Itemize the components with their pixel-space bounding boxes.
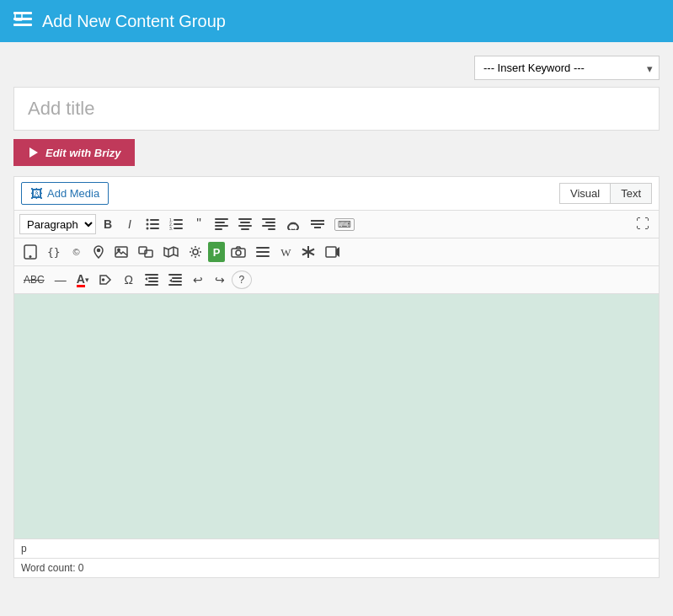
strikethrough-button[interactable]: ABC (19, 270, 49, 290)
editor-path: p (21, 543, 27, 554)
brizy-button-label: Edit with Brizy (45, 147, 121, 159)
map-button[interactable] (159, 242, 183, 262)
toolbar-row-1: Paragraph B I 1. 2. 3. (14, 211, 659, 238)
main-content: --- Insert Keyword --- Edit with Brizy 🖼… (0, 42, 673, 592)
undo-button[interactable]: ↩ (188, 270, 208, 290)
svg-rect-52 (256, 247, 270, 249)
word-count-label: Word count: 0 (21, 562, 83, 574)
svg-rect-24 (241, 228, 249, 230)
more-button[interactable] (307, 214, 328, 234)
svg-rect-21 (238, 218, 252, 220)
outdent-button[interactable] (164, 270, 186, 290)
svg-point-34 (97, 249, 99, 252)
svg-rect-8 (150, 223, 159, 225)
p-green-button[interactable]: P (208, 242, 226, 262)
asterisk-button[interactable] (297, 242, 319, 262)
unordered-list-button[interactable] (142, 214, 163, 234)
svg-rect-22 (240, 222, 250, 223)
svg-rect-58 (326, 247, 336, 257)
link-button[interactable] (281, 214, 305, 234)
add-media-button[interactable]: 🖼 Add Media (21, 182, 109, 205)
svg-rect-23 (238, 225, 252, 227)
video-button[interactable] (321, 242, 345, 262)
indent-button[interactable] (141, 270, 163, 290)
editor-top-bar: 🖼 Add Media Visual Text (14, 177, 659, 211)
status-bar: p (14, 538, 659, 558)
font-color-button[interactable]: A ▾ (72, 270, 93, 290)
keyword-select[interactable]: --- Insert Keyword --- (474, 56, 660, 80)
svg-point-59 (102, 279, 104, 281)
code-block-button[interactable]: {} (43, 242, 65, 262)
keyword-select-wrapper[interactable]: --- Insert Keyword --- (474, 56, 660, 80)
svg-rect-6 (150, 219, 159, 221)
svg-line-49 (191, 255, 193, 257)
brizy-icon (27, 146, 40, 159)
svg-rect-53 (256, 251, 270, 253)
svg-point-51 (236, 250, 241, 255)
title-input[interactable] (13, 87, 660, 131)
help-button[interactable]: ? (232, 271, 252, 289)
editor-body[interactable] (14, 294, 659, 538)
page-title: Add New Content Group (42, 12, 226, 31)
list2-button[interactable] (252, 242, 274, 262)
tab-text[interactable]: Text (610, 183, 652, 204)
svg-rect-26 (265, 222, 275, 223)
tab-visual[interactable]: Visual (559, 183, 610, 204)
svg-line-46 (191, 248, 193, 249)
svg-rect-65 (172, 277, 182, 279)
svg-rect-66 (172, 281, 182, 282)
align-left-button[interactable] (211, 214, 232, 234)
font-color-icon: A (77, 273, 85, 287)
svg-rect-27 (262, 225, 275, 227)
image-button[interactable] (110, 242, 132, 262)
brizy-edit-button[interactable]: Edit with Brizy (13, 139, 135, 166)
fullscreen-button[interactable]: ⛶ (632, 214, 654, 234)
add-media-icon: 🖼 (30, 186, 43, 201)
paragraph-select[interactable]: Paragraph (19, 214, 96, 234)
cc-button[interactable]: © (67, 242, 87, 262)
svg-point-41 (193, 249, 198, 254)
svg-rect-30 (311, 223, 324, 225)
omega-button[interactable]: Ω (119, 270, 139, 290)
svg-rect-10 (150, 228, 159, 229)
svg-text:3.: 3. (169, 226, 173, 230)
toolbar-row-3: ABC — A ▾ Ω (14, 266, 659, 294)
tag-button[interactable] (95, 270, 117, 290)
svg-marker-4 (29, 147, 38, 158)
svg-rect-2 (13, 24, 32, 26)
expand-icon: ⛶ (636, 217, 649, 231)
keyboard-button[interactable]: ⌨ (330, 214, 359, 234)
svg-rect-28 (268, 228, 275, 230)
blockquote-button[interactable]: " (189, 214, 209, 234)
svg-point-9 (147, 228, 149, 230)
svg-rect-62 (148, 281, 158, 282)
svg-rect-54 (256, 255, 270, 257)
keyboard-icon: ⌨ (334, 218, 355, 231)
horizontal-rule-button[interactable]: — (51, 270, 71, 290)
italic-button[interactable]: I (120, 214, 140, 234)
tab-group: Visual Text (559, 183, 652, 204)
svg-rect-12 (174, 219, 183, 221)
sun-button[interactable] (184, 242, 206, 262)
svg-point-5 (147, 219, 149, 222)
align-center-button[interactable] (234, 214, 256, 234)
gallery-button[interactable] (134, 242, 158, 262)
keyword-row: --- Insert Keyword --- (13, 56, 660, 80)
location-button[interactable] (88, 242, 109, 262)
svg-rect-20 (215, 228, 222, 230)
svg-rect-17 (215, 218, 228, 220)
svg-rect-14 (174, 223, 183, 225)
redo-button[interactable]: ↪ (210, 270, 230, 290)
ordered-list-button[interactable]: 1. 2. 3. (165, 214, 187, 234)
svg-line-48 (198, 248, 200, 249)
tablet-icon-button[interactable] (19, 242, 41, 262)
font-color-dropdown[interactable]: ▾ (85, 276, 89, 284)
svg-point-7 (147, 223, 149, 226)
wikipedia-button[interactable]: W (275, 242, 296, 262)
align-right-button[interactable] (258, 214, 280, 234)
svg-rect-63 (145, 284, 158, 286)
camera-button[interactable] (227, 242, 250, 262)
bold-button[interactable]: B (98, 214, 118, 234)
svg-rect-29 (311, 220, 324, 222)
svg-point-33 (29, 256, 31, 258)
